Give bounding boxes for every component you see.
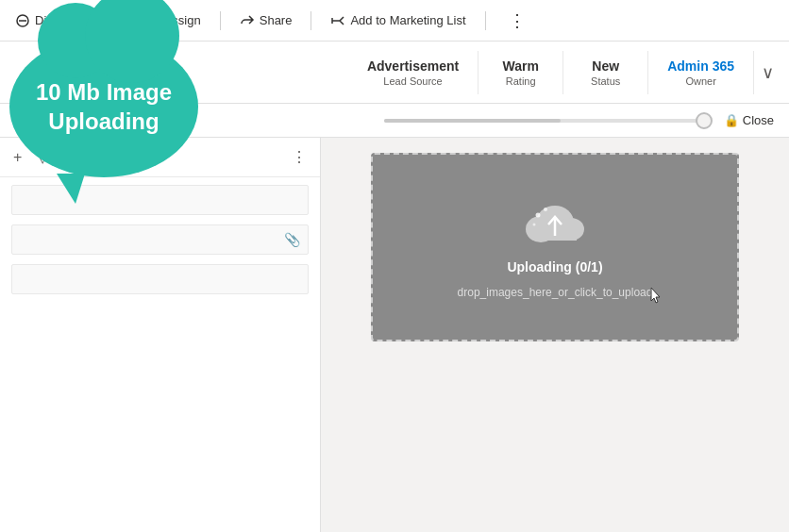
progress-track	[384, 119, 705, 123]
panel-row-3[interactable]	[11, 264, 309, 294]
cursor-indicator	[650, 287, 662, 304]
separator-4	[485, 11, 486, 30]
lead-source-field: Advertisement Lead Source	[348, 51, 478, 94]
more-button[interactable]: ⋮	[509, 10, 526, 31]
separator-2	[220, 11, 221, 30]
attachment-icon: 📎	[284, 232, 300, 247]
main-content: 10 Mb Image Uploading + ▽ ≡ ⋮ 📎	[0, 138, 789, 532]
cloud-tooltip: 10 Mb Image Uploading	[9, 36, 198, 177]
svg-point-11	[533, 223, 536, 225]
status-value: New	[592, 58, 619, 74]
panel-more-icon[interactable]: ⋮	[292, 148, 307, 166]
cloud-text: 10 Mb Image Uploading	[36, 77, 172, 136]
left-panel: + ▽ ≡ ⋮ 📎	[0, 138, 321, 532]
right-panel: Uploading (0/1) drop_images_here_or_clic…	[321, 138, 789, 532]
uploading-label: Uploading (0/1)	[507, 259, 602, 274]
rating-label: Rating	[506, 75, 536, 87]
owner-value[interactable]: Admin 365	[667, 58, 734, 74]
lead-source-value: Advertisement	[367, 58, 459, 74]
lead-source-label: Lead Source	[383, 75, 442, 87]
separator-3	[311, 11, 311, 30]
close-button[interactable]: 🔒 Close	[724, 113, 774, 127]
close-label: Close	[743, 113, 774, 127]
rating-value: Warm	[502, 58, 538, 74]
add-to-marketing-button[interactable]: Add to Marketing List	[330, 13, 465, 28]
rating-field: Warm Rating	[478, 51, 563, 94]
cloud-tail	[57, 174, 85, 204]
owner-field: Admin 365 Owner	[648, 51, 754, 94]
lock-icon: 🔒	[724, 113, 739, 127]
cloud-shape: 10 Mb Image Uploading	[9, 36, 198, 177]
owner-label: Owner	[685, 75, 715, 87]
progress-fill	[384, 119, 561, 123]
drop-label: drop_images_here_or_click_to_upload	[458, 286, 653, 299]
disqualify-icon	[15, 13, 30, 28]
svg-point-10	[544, 208, 547, 211]
panel-row-2[interactable]: 📎	[11, 224, 309, 255]
marketing-icon	[330, 13, 345, 28]
header-chevron-icon[interactable]: ∨	[762, 62, 774, 83]
status-label: Status	[591, 75, 620, 87]
upload-cloud-icon	[522, 196, 588, 248]
status-field: New Status	[563, 51, 648, 94]
share-icon	[240, 13, 255, 28]
upload-box[interactable]: Uploading (0/1) drop_images_here_or_clic…	[371, 153, 739, 341]
svg-point-9	[536, 212, 541, 217]
panel-rows: 📎	[0, 177, 320, 302]
progress-dot	[696, 112, 713, 129]
share-button[interactable]: Share	[240, 13, 293, 28]
